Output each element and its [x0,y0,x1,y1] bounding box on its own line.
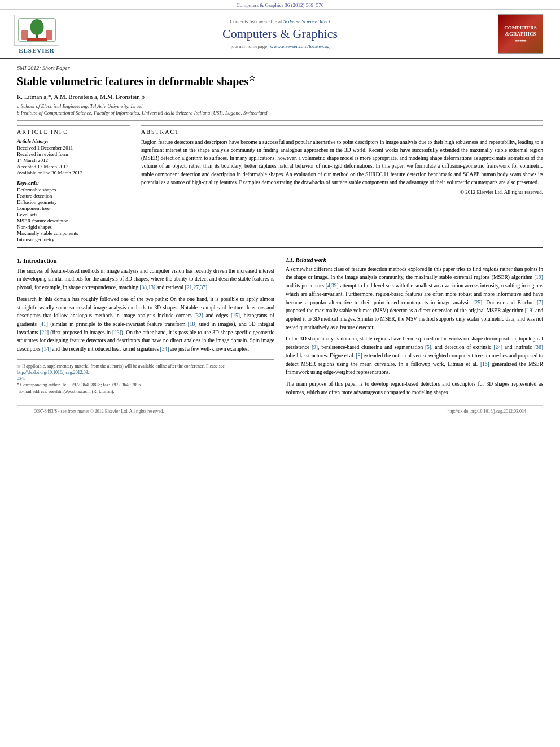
affiliation-b: b Institute of Computational Science, Fa… [17,110,543,116]
paper-body: SMI 2012: Short Paper Stable volumetric … [0,59,560,428]
ref-38-13: [38,13] [139,285,155,290]
elsevier-logo-image [14,15,59,46]
article-info-title: ARTICLE INFO [17,129,130,135]
intro-heading: 1. Introduction [17,257,274,264]
elsevier-label: ELSEVIER [19,47,55,54]
divider-1 [17,120,543,121]
ref-25: [25] [473,300,482,305]
journal-homepage: journal homepage: www.elsevier.com/locat… [73,43,487,49]
star-footnote: ☆ [248,74,256,82]
article-info-column: ARTICLE INFO Article history: Received 1… [17,125,130,243]
svg-rect-4 [21,30,28,40]
ref-22: [22] [40,330,49,335]
ref-34: [34] [160,346,169,352]
homepage-label: journal homepage: [231,43,269,49]
issn-text: 0097-8493/$ - see front matter © 2012 El… [34,409,164,414]
journal-name: Computers & Graphics [73,27,487,41]
article-history: Article history: Received 1 December 201… [17,138,130,176]
elsevier-logo-container: ELSEVIER [11,15,62,54]
keyword-2: Diffusion geometry [17,199,130,205]
sciverse-text: Contents lists available at [230,19,282,24]
ref-21-27-37: [21,27,37] [185,285,208,290]
bottom-bar: 0097-8493/$ - see front matter © 2012 El… [17,405,543,417]
abstract-text: Region feature detectors and descriptors… [141,138,543,187]
ref-4-39: [4,39] [326,283,339,289]
cg-logo-container: COMPUTERS&GRAPHICS ■■■■■ [498,14,549,54]
keyword-8: Intrinsic geometry [17,237,130,242]
copyright: © 2012 Elsevier Ltd. All rights reserved… [141,189,543,195]
related-work-heading: 1.1. Related work [286,257,543,263]
keywords-section: Keywords: Deformable shapes Feature dete… [17,180,130,242]
main-content: 1. Introduction The success of feature-b… [17,257,543,400]
ref-7: [7] [537,300,543,305]
paper-title: Stable volumetric features in deformable… [17,73,543,89]
footnote-link[interactable]: http://dx.doi.org/10.1016/j.cag.2012.03.… [17,370,89,381]
cg-logo-decoration: ■■■■■ [514,38,526,43]
keyword-5: MSER feature descriptor [17,218,130,224]
ref-5: [5] [425,344,431,350]
svg-rect-5 [46,30,53,40]
ref-18: [18] [188,321,197,327]
ref-32: [32] [194,313,203,318]
sciverse-line: Contents lists available at SciVerse Sci… [73,19,487,24]
ref-41: [41] [39,321,48,327]
keyword-1: Feature detection [17,193,130,199]
ref-24: [24] [493,344,502,350]
homepage-link[interactable]: www.elsevier.com/locate/cag [270,43,329,49]
journal-title-area: Contents lists available at SciVerse Sci… [62,19,498,49]
footnote-star: ☆ If applicable, supplementary material … [17,363,274,382]
keyword-3: Component tree [17,206,130,211]
journal-header: ELSEVIER Contents lists available at Sci… [0,10,560,59]
ref-8: [8] [356,353,362,359]
ref-19: [19] [534,274,543,280]
ref-9: [9] [312,344,318,350]
ref-36: [36] [534,344,543,350]
keyword-6: Non-rigid shapes [17,224,130,230]
doi-text: http://dx.doi.org/10.1016/j.cag.2012.03.… [447,409,526,414]
history-item-2: 14 March 2012 [17,158,130,163]
elsevier-logo: ELSEVIER [11,15,62,54]
history-item-1: Received in revised form [17,151,130,157]
keyword-4: Level sets [17,212,130,217]
footnote-corresponding: * Corresponding author. Tel.: +972 3640 … [17,382,274,388]
keyword-0: Deformable shapes [17,187,130,193]
introduction-section: 1. Introduction The success of feature-b… [17,257,274,400]
keyword-7: Maximally stable components [17,230,130,236]
footnote-email: E-mail address: roeelitm@post.tau.ac.il … [17,388,274,395]
abstract-column: ABSTRACT Region feature detectors and de… [141,125,543,243]
affiliation-a: a School of Electrical Engineering, Tel … [17,103,543,109]
ref-23: [23] [112,330,121,335]
abstract-title: ABSTRACT [141,129,543,135]
sciverse-link[interactable]: SciVerse ScienceDirect [283,19,330,24]
history-item-4: Available online 30 March 2012 [17,170,130,176]
journal-citation: Computers & Graphics 36 (2012) 569–576 [0,0,560,10]
related-para-1: A somewhat different class of feature de… [286,265,543,332]
history-item-3: Accepted 17 March 2012 [17,164,130,169]
history-label: Article history: [17,138,130,144]
intro-para-1: The success of feature-based methods in … [17,267,274,292]
article-info: ARTICLE INFO Article history: Received 1… [17,125,130,242]
ref-19b: [19] [525,308,534,313]
ref-14: [14] [42,346,51,352]
related-para-3: The main purpose of this paper is to dev… [286,380,543,396]
abstract-section: ABSTRACT Region feature detectors and de… [141,125,543,195]
section-tag: SMI 2012: Short Paper [17,65,543,71]
history-item-0: Received 1 December 2011 [17,145,130,151]
authors: R. Litman a,*, A.M. Bronstein a, M.M. Br… [17,93,543,100]
svg-point-2 [30,19,43,35]
keywords-label: Keywords: [17,180,130,186]
related-work-section: 1.1. Related work A somewhat different c… [286,257,543,400]
authors-text: R. Litman a,*, A.M. Bronstein a, M.M. Br… [17,93,145,100]
related-para-2: In the 3D shape analysis domain, stable … [286,335,543,377]
paper-title-text: Stable volumetric features in deformable… [17,75,248,88]
intro-para-2: Research in this domain has roughly foll… [17,295,274,353]
citation-text: Computers & Graphics 36 (2012) 569–576 [237,2,324,8]
ref-16: [16] [480,361,489,367]
footnotes: ☆ If applicable, supplementary material … [17,359,274,395]
divider-2 [17,247,543,248]
ref-15: [15] [231,313,240,318]
elsevier-svg [16,16,58,44]
svg-rect-3 [27,38,47,41]
article-info-abstract: ARTICLE INFO Article history: Received 1… [17,125,543,243]
cg-logo-text: COMPUTERS&GRAPHICS [504,25,537,37]
